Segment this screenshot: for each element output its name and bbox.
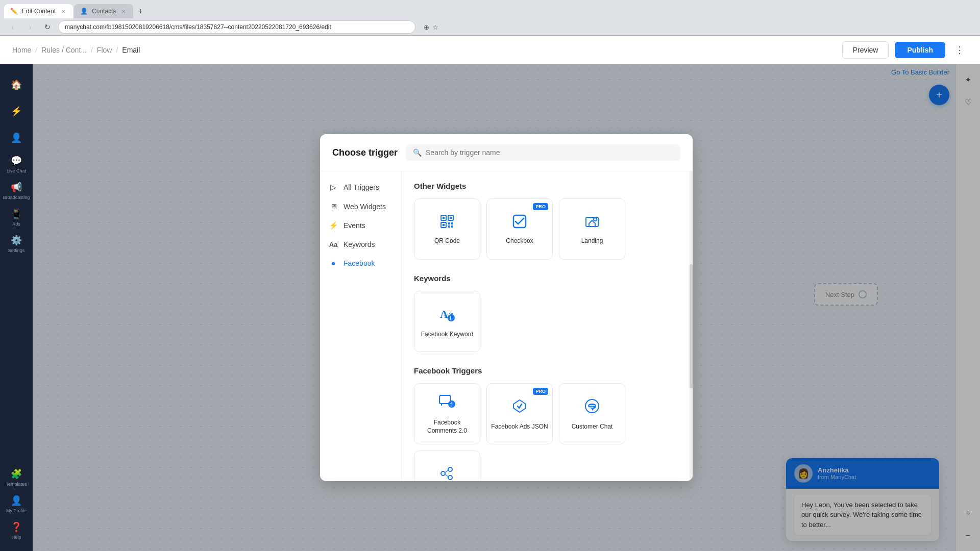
widget-customer-chat[interactable]: Customer Chat: [559, 383, 625, 444]
header-left: Home / Rules / Cont... / Flow / Email: [12, 46, 834, 54]
more-options-button[interactable]: ⋮: [951, 42, 968, 58]
qr-code-label: QR Code: [430, 237, 464, 245]
url-bar[interactable]: manychat.com/fb19815020819206618/cms/fil…: [58, 20, 415, 34]
reload-button[interactable]: ↻: [41, 20, 54, 34]
address-bar: ‹ › ↻ manychat.com/fb19815020819206618/c…: [0, 18, 980, 36]
events-icon: ⚡: [328, 221, 338, 230]
svg-rect-1: [443, 217, 445, 219]
nav-item-all-triggers[interactable]: ▷ All Triggers: [320, 178, 401, 197]
widget-qr-code[interactable]: QR Code: [414, 198, 480, 260]
sidebar-item-broadcasting[interactable]: 📢 Broadcasting: [4, 179, 29, 203]
sidebar-ads-label: Ads: [12, 221, 20, 227]
modal-sidebar-nav: ▷ All Triggers 🖥 Web Widgets ⚡ Events: [320, 171, 402, 481]
browser-chrome: ✏️ Edit Content ✕ 👤 Contacts ✕ + ‹ › ↻ m…: [0, 0, 980, 36]
nav-item-events[interactable]: ⚡ Events: [320, 216, 401, 235]
app-header: Home / Rules / Cont... / Flow / Email Pr…: [0, 36, 980, 64]
forward-button[interactable]: ›: [23, 20, 37, 34]
sidebar-item-contacts[interactable]: 👤: [4, 126, 29, 150]
widget-messenger-ref-url[interactable]: Messenger Ref URL: [414, 450, 480, 481]
svg-point-12: [594, 218, 597, 221]
search-input[interactable]: [426, 148, 673, 157]
svg-point-22: [441, 471, 445, 475]
widget-landing[interactable]: Landing: [559, 198, 625, 260]
nav-item-keywords[interactable]: Aa Keywords: [320, 235, 401, 254]
scrollbar-track[interactable]: [690, 171, 693, 481]
help-icon: ❓: [11, 521, 22, 533]
settings-icon: ⚙️: [11, 235, 22, 246]
preview-button[interactable]: Preview: [842, 41, 889, 59]
publish-button[interactable]: Publish: [895, 42, 945, 58]
sidebar-myprofile-label: My Profile: [6, 508, 27, 513]
svg-point-20: [448, 467, 452, 471]
modal-overlay[interactable]: Choose trigger 🔍 ▷ All Triggers: [33, 64, 980, 551]
contacts-icon: 👤: [11, 132, 22, 143]
new-tab-button[interactable]: +: [134, 5, 146, 17]
sidebar-item-myprofile[interactable]: 👤 My Profile: [4, 492, 29, 516]
svg-rect-7: [451, 222, 453, 224]
myprofile-icon: 👤: [11, 495, 22, 506]
all-triggers-icon: ▷: [328, 183, 338, 192]
facebook-ads-icon: [510, 397, 529, 419]
qr-code-icon: [439, 213, 455, 233]
tab-close-contacts[interactable]: ✕: [120, 8, 127, 15]
facebook-keyword-label: Facebook Keyword: [417, 331, 478, 339]
web-widgets-icon: 🖥: [328, 202, 338, 211]
customer-chat-icon: [583, 397, 601, 419]
landing-icon: [584, 213, 600, 233]
svg-rect-9: [451, 226, 453, 228]
modal-body: ▷ All Triggers 🖥 Web Widgets ⚡ Events: [320, 171, 693, 481]
widget-facebook-keyword[interactable]: Aa f Facebook Keyword: [414, 291, 480, 352]
sidebar-item-flows[interactable]: ⚡: [4, 99, 29, 123]
back-button[interactable]: ‹: [6, 20, 19, 34]
tab-bar: ✏️ Edit Content ✕ 👤 Contacts ✕ +: [0, 0, 980, 18]
sidebar-livechat-label: Live Chat: [7, 168, 26, 173]
facebook-ads-pro-badge: PRO: [533, 388, 548, 395]
modal-content[interactable]: Other Widgets: [402, 171, 690, 481]
canvas-area[interactable]: Go To Basic Builder + Next Step ✦ ♡ + −: [33, 64, 980, 551]
choose-trigger-modal: Choose trigger 🔍 ▷ All Triggers: [320, 134, 693, 481]
sidebar-settings-label: Settings: [8, 248, 25, 253]
sidebar-item-help[interactable]: ❓ Help: [4, 518, 29, 543]
tab-contacts[interactable]: 👤 Contacts ✕: [74, 4, 133, 18]
svg-rect-3: [450, 217, 452, 219]
svg-rect-6: [448, 222, 450, 224]
tab-close-edit[interactable]: ✕: [60, 8, 67, 15]
facebook-keyword-icon: Aa f: [438, 305, 456, 327]
customer-chat-label: Customer Chat: [568, 423, 617, 431]
main-content: 🏠 ⚡ 👤 💬 Live Chat 📢 Broadcasting 📱 Ads: [0, 64, 980, 551]
svg-rect-5: [443, 224, 445, 226]
svg-line-24: [445, 474, 448, 477]
facebook-comments-label: Facebook Comments 2.0: [414, 419, 480, 435]
checkbox-label: Checkbox: [502, 237, 537, 245]
tab-edit-content[interactable]: ✏️ Edit Content ✕: [4, 4, 73, 18]
other-widgets-section-title: Other Widgets: [414, 182, 677, 190]
keywords-section-title: Keywords: [414, 274, 677, 283]
facebook-ads-json-label: Facebook Ads JSON: [487, 423, 552, 431]
widget-facebook-comments[interactable]: f Facebook Comments 2.0: [414, 383, 480, 444]
facebook-nav-icon: ●: [328, 259, 338, 267]
scrollbar-thumb[interactable]: [690, 264, 693, 388]
sidebar-item-home[interactable]: 🏠: [4, 72, 29, 97]
widget-facebook-ads-json[interactable]: PRO Facebook Ads JSON: [486, 383, 553, 444]
header-right: Preview Publish ⋮: [842, 41, 968, 59]
search-wrapper[interactable]: 🔍: [406, 144, 680, 161]
widget-checkbox[interactable]: PRO Checkbox: [486, 198, 553, 260]
app-container: Home / Rules / Cont... / Flow / Email Pr…: [0, 36, 980, 551]
checkbox-pro-badge: PRO: [533, 203, 548, 210]
flows-icon: ⚡: [11, 106, 22, 117]
landing-label: Landing: [577, 237, 607, 245]
sidebar-item-livechat[interactable]: 💬 Live Chat: [4, 152, 29, 177]
sidebar-templates-label: Templates: [6, 482, 27, 487]
sidebar-item-templates[interactable]: 🧩 Templates: [4, 465, 29, 490]
broadcasting-icon: 📢: [11, 182, 22, 193]
sidebar-item-ads[interactable]: 📱 Ads: [4, 205, 29, 230]
sidebar-help-label: Help: [12, 535, 21, 540]
browser-star[interactable]: ☆: [432, 23, 438, 31]
nav-item-facebook[interactable]: ● Facebook: [320, 254, 401, 272]
nav-item-web-widgets[interactable]: 🖥 Web Widgets: [320, 197, 401, 216]
checkbox-icon: [511, 213, 528, 233]
search-icon: 🔍: [413, 148, 422, 157]
sidebar-item-settings[interactable]: ⚙️ Settings: [4, 232, 29, 256]
sidebar-broadcasting-label: Broadcasting: [3, 195, 30, 200]
browser-menu[interactable]: ⊕: [424, 23, 429, 31]
